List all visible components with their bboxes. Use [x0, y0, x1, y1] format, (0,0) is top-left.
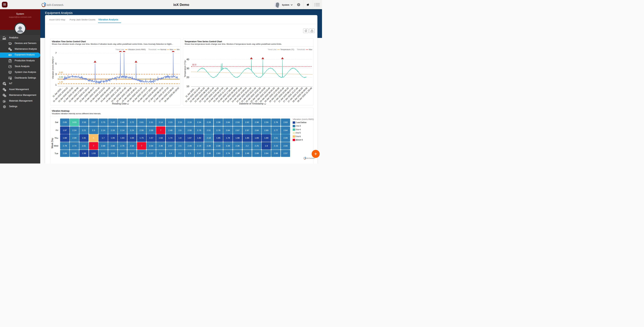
svg-text:3: 3 — [55, 73, 57, 76]
svg-text:7: 7 — [55, 52, 57, 54]
svg-text:Temperature (°C): Temperature (°C) — [184, 61, 186, 77]
svg-text:2.09: 2.09 — [59, 76, 63, 78]
svg-text:20: 20 — [186, 76, 189, 79]
svg-text:5: 5 — [55, 62, 57, 65]
svg-text:Reading Date: Reading Date — [112, 102, 127, 105]
svg-text:1.20: 1.20 — [59, 81, 63, 83]
svg-text:Datetime of Timestamp: Datetime of Timestamp — [239, 102, 264, 105]
svg-text:32.0: 32.0 — [192, 63, 196, 66]
svg-text:Vibration (mm/s RMS): Vibration (mm/s RMS) — [52, 58, 54, 79]
svg-text:1: 1 — [55, 83, 57, 86]
svg-text:40: 40 — [186, 58, 189, 61]
svg-text:30: 30 — [186, 67, 189, 70]
svg-text:10: 10 — [186, 85, 189, 88]
svg-text:3.00: 3.00 — [59, 71, 63, 73]
